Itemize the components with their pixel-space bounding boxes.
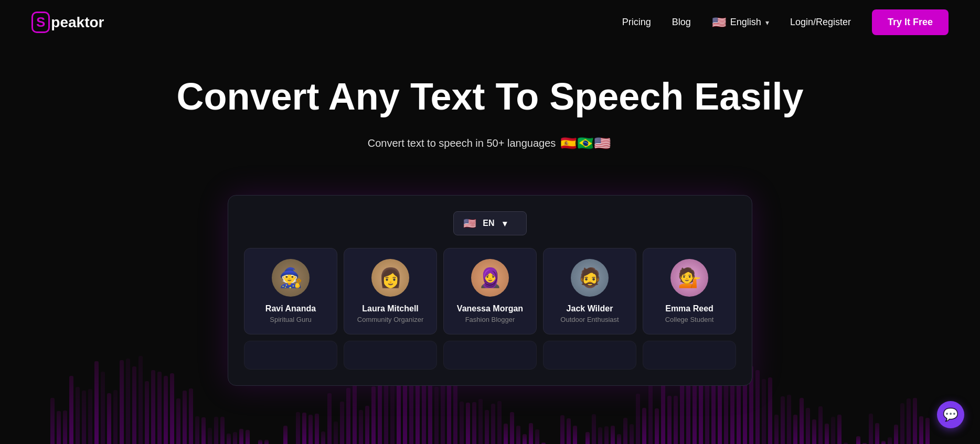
wave-bar [523,434,527,444]
voice-card-mini-3[interactable] [443,341,537,370]
wave-bar [812,419,816,444]
voice-name-laura: Laura Mitchell [353,304,428,313]
voice-card-vanessa[interactable]: 🧕Vanessa MorganFashion Blogger [443,248,537,334]
hero-title: Convert Any Text To Speech Easily [10,76,970,117]
wave-bar [359,410,363,444]
voice-card-jack[interactable]: 🧔Jack WilderOutdoor Enthusiast [543,248,636,334]
wave-bar [176,398,180,445]
wave-bar [648,383,653,444]
voice-card-mini-2[interactable] [344,341,437,370]
wave-bar [220,417,225,444]
app-preview: 🇺🇸 EN ▾ 🧙Ravi AnandaSpiritual Guru👩Laura… [0,195,980,386]
voice-role-ravi: Spiritual Guru [253,316,328,323]
wave-bar [787,395,791,444]
wave-bar [630,424,634,444]
wave-bar [894,425,898,444]
wave-bar [50,398,55,444]
wave-bar [869,414,873,444]
wave-bar [888,437,892,444]
wave-bar [371,386,376,444]
voice-card-mini-5[interactable] [643,341,736,370]
wave-bar [875,423,879,444]
wave-bar [592,414,596,444]
wave-bar [327,393,332,444]
voice-card-mini-1[interactable] [244,341,337,370]
wave-bar [774,415,779,444]
wave-bar [214,417,218,444]
wave-bar [227,434,231,444]
wave-bar [806,408,810,444]
pricing-link[interactable]: Pricing [622,17,651,28]
logo-text: peaktor [51,14,104,31]
wave-bar [365,406,369,444]
wave-bar [201,417,206,444]
wave-bar [460,402,464,444]
voices-row-2 [244,341,736,370]
voice-avatar-vanessa: 🧕 [471,259,509,297]
logo[interactable]: S peaktor [31,12,104,33]
wave-bar [617,434,621,444]
wave-bar [296,412,300,444]
language-selector[interactable]: 🇺🇸 English ▾ [712,16,769,29]
wave-bar [781,396,785,444]
chat-bubble-button[interactable]: 💬 [937,401,964,428]
voice-avatar-laura: 👩 [371,259,409,297]
wave-bar [818,406,823,444]
voice-avatar-emma: 💁 [670,259,708,297]
wave-bar [145,381,149,444]
lang-label: English [730,17,761,28]
wave-bar [321,431,325,444]
wave-bar [535,429,539,444]
wave-bar [844,442,848,444]
voice-avatar-jack: 🧔 [571,259,609,297]
wave-bar [283,426,287,444]
app-lang-dropdown[interactable]: 🇺🇸 EN ▾ [453,211,527,235]
voice-role-laura: Community Organizer [353,316,428,323]
try-free-button[interactable]: Try It Free [872,9,949,35]
wave-bar [308,415,313,444]
wave-bar [472,402,476,444]
wave-bar [737,376,741,444]
wave-bar [831,417,835,444]
wave-bar [598,427,602,444]
login-register-link[interactable]: Login/Register [790,17,851,28]
app-window: 🇺🇸 EN ▾ 🧙Ravi AnandaSpiritual Guru👩Laura… [228,195,752,386]
wave-bar [856,436,860,444]
wave-bar [907,398,911,444]
chevron-down-icon: ▾ [765,18,769,27]
wave-bar [189,388,193,444]
language-flags: 🇪🇸🇧🇷🇺🇸 [562,133,612,153]
wave-bar [724,385,728,444]
wave-bar [825,424,829,444]
wave-bar [183,391,187,444]
app-lang-code: EN [483,219,497,228]
chat-icon: 💬 [943,407,958,422]
wave-bar [63,410,67,444]
voice-card-laura[interactable]: 👩Laura MitchellCommunity Organizer [344,248,437,334]
voice-card-emma[interactable]: 💁Emma ReedCollege Student [643,248,736,334]
voice-card-mini-4[interactable] [543,341,636,370]
wave-bar [390,385,395,444]
voice-name-jack: Jack Wilder [552,304,627,313]
voice-role-jack: Outdoor Enthusiast [552,316,627,323]
blog-link[interactable]: Blog [672,17,691,28]
wave-bar [258,440,262,444]
dropdown-chevron-icon: ▾ [503,219,517,229]
wave-bar [353,382,357,444]
wave-bar [730,382,734,444]
wave-bar [113,390,118,444]
wave-bar [239,429,243,444]
wave-bar [636,394,640,444]
wave-bar [837,415,841,444]
voice-card-ravi[interactable]: 🧙Ravi AnandaSpiritual Guru [244,248,337,334]
wave-bar [82,391,86,444]
wave-bar [900,403,904,444]
wave-bar [604,426,609,444]
wave-bar [334,421,338,444]
wave-bar [623,418,627,444]
wave-bar [264,440,269,444]
wave-bar [233,432,237,444]
wave-bar [913,398,917,444]
wave-bar [768,377,772,444]
navbar: S peaktor Pricing Blog 🇺🇸 English ▾ Logi… [0,0,980,45]
